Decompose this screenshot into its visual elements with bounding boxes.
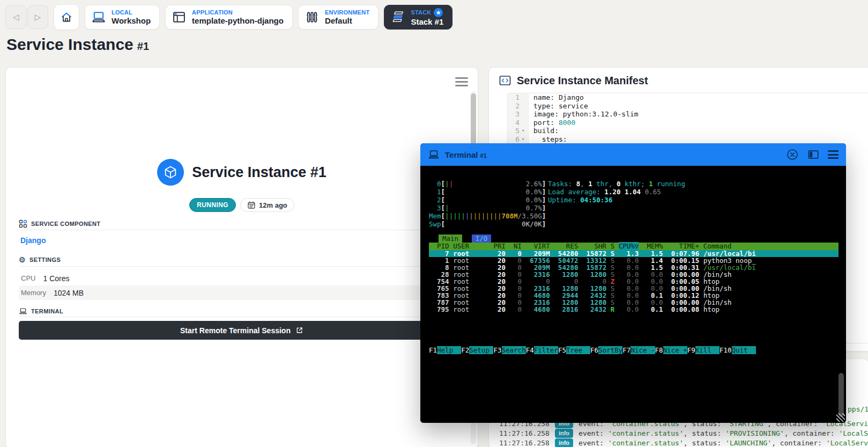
- service-instance-card: Service Instance #1 RUNNING 12m ago: [5, 67, 478, 447]
- htop-tab-io[interactable]: I/O: [472, 235, 492, 243]
- crumb-label: APPLICATION: [192, 9, 284, 16]
- crumb-value: template-python-django: [192, 16, 284, 25]
- log-row: 11:27:16.258infoevent: 'container.status…: [499, 429, 868, 438]
- laptop-icon: [428, 149, 440, 160]
- terminal-menu-icon[interactable]: [828, 149, 839, 161]
- star-badge-icon: ★: [434, 8, 443, 17]
- manifest-title: Service Instance Manifest: [517, 75, 648, 87]
- manifest-header: Service Instance Manifest: [499, 74, 648, 87]
- memory-value: 1024 MB: [54, 289, 84, 297]
- htop-process-table: PID USER PRI NI VIRT RES SHR S CPU%▽ MEM…: [429, 243, 839, 313]
- gear-icon: ⚙: [19, 256, 26, 263]
- settings-heading: ⚙ SETTINGS: [19, 256, 61, 263]
- htop-tab-main[interactable]: Main: [439, 235, 462, 243]
- age-badge: 12m ago: [240, 198, 294, 212]
- breadcrumb-local[interactable]: LOCAL Workshop: [85, 5, 160, 30]
- application-icon: [172, 10, 187, 25]
- service-component-heading: SERVICE COMPONENT: [19, 219, 100, 228]
- instance-badges: RUNNING 12m ago: [6, 198, 478, 212]
- panel-layout-icon[interactable]: [807, 149, 819, 160]
- card-menu-icon[interactable]: [455, 75, 468, 89]
- cpu-row: CPU 1 Cores: [19, 271, 465, 285]
- htop-table-header: PID USER PRI NI VIRT RES SHR S CPU%▽ MEM…: [429, 243, 839, 250]
- crumb-value: Stack #1: [411, 17, 443, 26]
- home-icon: [60, 11, 73, 24]
- crumb-value: Workshop: [112, 16, 151, 25]
- htop-tasks-load-uptime: Tasks: 8, 1 thr, 0 kthr; 1 runningLoad a…: [548, 180, 685, 204]
- laptop-icon: [19, 307, 27, 316]
- laptop-icon: [91, 10, 106, 25]
- back-button[interactable]: ◁: [5, 5, 26, 29]
- crumb-value: Default: [325, 16, 369, 25]
- terminal-heading: TERMINAL: [19, 307, 63, 316]
- breadcrumb-environment[interactable]: ENVIRONMENT Default: [298, 5, 379, 30]
- grid-icon: [19, 219, 27, 228]
- log-row: 11:27:16.258infoevent: 'container.status…: [499, 438, 868, 447]
- terminal-title-suffix: #1: [480, 152, 487, 159]
- log-level-badge: info: [555, 429, 573, 438]
- start-remote-terminal-button[interactable]: Start Remote Terminal Session: [19, 321, 465, 340]
- service-cube-icon: [157, 159, 184, 186]
- memory-row: Memory 1024 MB: [19, 285, 465, 300]
- page-title-suffix: #1: [137, 40, 149, 52]
- terminal-titlebar[interactable]: Terminal #1: [420, 143, 846, 166]
- cpu-label: CPU: [21, 274, 35, 282]
- external-link-icon: [295, 326, 303, 334]
- manifest-code-lines: 1name: Django2type: service3image: pytho…: [508, 93, 868, 143]
- forward-button[interactable]: ▷: [27, 5, 48, 29]
- resize-handle[interactable]: [836, 413, 845, 422]
- environment-icon: [305, 10, 320, 25]
- code-file-icon: [499, 74, 511, 87]
- crumb-label: LOCAL: [112, 9, 151, 16]
- instance-header: Service Instance #1: [6, 159, 478, 186]
- home-button[interactable]: [54, 4, 79, 30]
- breadcrumb-stack[interactable]: STACK ★ Stack #1: [384, 5, 452, 30]
- breadcrumb-application[interactable]: APPLICATION template-python-django: [165, 5, 293, 30]
- memory-label: Memory: [21, 289, 46, 297]
- calendar-icon: [247, 201, 256, 209]
- terminal-title: Terminal #1: [445, 150, 487, 159]
- component-link-django[interactable]: Django: [20, 236, 46, 245]
- divider: [19, 317, 465, 317]
- age-text: 12m ago: [259, 201, 287, 209]
- back-icon: ◁: [13, 12, 19, 22]
- crumb-label: ENVIRONMENT: [325, 9, 369, 16]
- log-level-badge: info: [555, 438, 573, 447]
- crumb-label: STACK: [411, 9, 431, 16]
- terminal-screen[interactable]: 0[|| 2.6%] 1[ 0.0%] 2[ 0.0%] 3[| 0.7%]Me…: [420, 166, 846, 423]
- log-row-fragment: pps/16: [848, 405, 868, 413]
- page-title: Service Instance#1: [6, 35, 149, 54]
- close-icon[interactable]: [786, 148, 799, 161]
- instance-title: Service Instance #1: [192, 164, 327, 181]
- app-root: ◁ ▷ LOCAL: [0, 0, 868, 447]
- divider: [19, 266, 465, 267]
- stack-icon: [390, 10, 405, 25]
- top-navigation: ◁ ▷ LOCAL: [5, 4, 452, 30]
- forward-icon: ▷: [35, 12, 41, 22]
- divider: [19, 230, 465, 230]
- htop-function-key-bar[interactable]: F1Help F2Setup F3SearchF4FilterF5Tree F6…: [429, 346, 756, 354]
- terminal-scrollbar-thumb[interactable]: [839, 373, 844, 417]
- cpu-value: 1 Cores: [43, 274, 69, 283]
- terminal-window: Terminal #1: [420, 143, 846, 423]
- history-buttons: ◁ ▷: [5, 5, 48, 29]
- htop-cpu-memory-meters: 0[|| 2.6%] 1[ 0.0%] 2[ 0.0%] 3[| 0.7%]Me…: [429, 180, 546, 228]
- status-badge: RUNNING: [189, 198, 236, 212]
